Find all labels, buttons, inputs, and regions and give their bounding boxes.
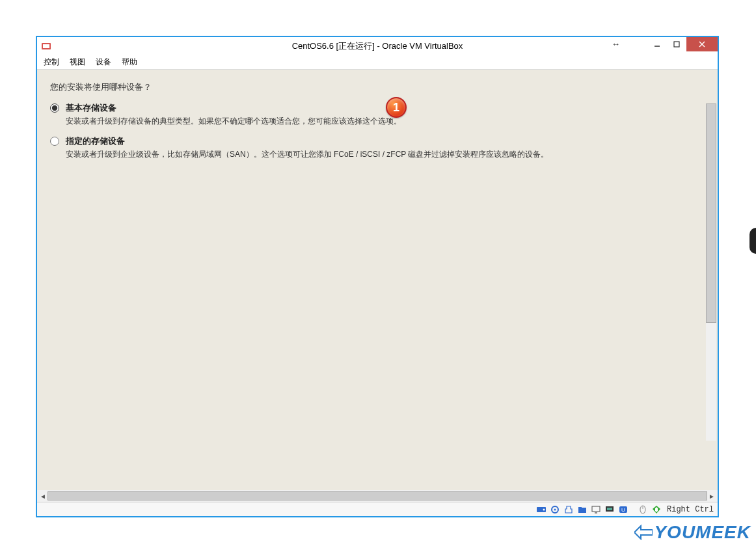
scrollbar-thumb[interactable] xyxy=(706,103,716,323)
side-nub xyxy=(749,228,756,254)
svg-rect-1 xyxy=(43,44,49,48)
watermark: YOUMEEK xyxy=(634,522,751,543)
svg-rect-12 xyxy=(592,506,600,512)
watermark-text: YOUMEEK xyxy=(654,522,751,543)
menubar: 控制 视图 设备 帮助 xyxy=(37,55,718,70)
horizontal-scrollbar[interactable]: ◄ ► xyxy=(37,490,718,502)
radio-specialized-storage[interactable] xyxy=(50,137,59,146)
maximize-button[interactable] xyxy=(667,37,686,51)
menu-help[interactable]: 帮助 xyxy=(122,57,137,68)
close-button[interactable] xyxy=(686,37,718,51)
display-icon[interactable] xyxy=(590,504,602,515)
vm-window: CentOS6.6 [正在运行] - Oracle VM VirtualBox … xyxy=(36,36,719,517)
minimize-button[interactable] xyxy=(647,37,667,51)
hdd-icon[interactable] xyxy=(535,504,547,515)
shared-folder-icon[interactable] xyxy=(576,504,588,515)
menu-control[interactable]: 控制 xyxy=(44,57,59,68)
usb-icon[interactable] xyxy=(563,504,574,515)
installer-content: 您的安装将使用哪种设备？ 基本存储设备 安装或者升级到存储设备的典型类型。如果您… xyxy=(37,70,718,490)
network-icon[interactable] xyxy=(604,504,615,515)
option-description: 安装或者升级到企业级设备，比如存储局域网（SAN）。这个选项可让您添加 FCoE… xyxy=(66,148,560,161)
scroll-right-icon[interactable]: ► xyxy=(707,493,716,500)
scrollbar-thumb[interactable] xyxy=(47,491,707,500)
optical-icon[interactable] xyxy=(549,504,561,515)
svg-text:U: U xyxy=(621,507,625,513)
svg-rect-15 xyxy=(607,508,612,510)
option-specialized-storage: 指定的存储设备 安装或者升级到企业级设备，比如存储局域网（SAN）。这个选项可让… xyxy=(37,133,718,166)
installer-question: 您的安装将使用哪种设备？ xyxy=(37,70,718,100)
resize-icon: ↔ xyxy=(612,39,620,49)
virtualbox-icon xyxy=(41,41,51,51)
watermark-arrow-icon xyxy=(634,525,653,540)
recording-icon[interactable]: U xyxy=(617,504,629,515)
svg-point-9 xyxy=(554,508,556,510)
menu-devices[interactable]: 设备 xyxy=(96,57,111,68)
window-controls xyxy=(647,37,718,51)
host-key-icon[interactable] xyxy=(651,504,662,515)
vertical-scrollbar[interactable] xyxy=(706,103,716,441)
svg-rect-3 xyxy=(674,42,679,47)
option-title: 基本存储设备 xyxy=(66,102,705,114)
option-title: 指定的存储设备 xyxy=(66,135,705,147)
scroll-left-icon[interactable]: ◄ xyxy=(38,493,47,500)
radio-basic-storage[interactable] xyxy=(50,103,59,113)
titlebar: CentOS6.6 [正在运行] - Oracle VM VirtualBox … xyxy=(37,37,718,55)
svg-rect-11 xyxy=(578,507,582,509)
statusbar: U Right Ctrl xyxy=(37,502,718,516)
option-basic-storage: 基本存储设备 安装或者升级到存储设备的典型类型。如果您不确定哪个选项适合您，您可… xyxy=(37,100,718,133)
menu-view[interactable]: 视图 xyxy=(70,57,85,68)
annotation-badge-1: 1 xyxy=(386,97,407,118)
host-key-label: Right Ctrl xyxy=(667,505,714,514)
mouse-integration-icon[interactable] xyxy=(637,504,649,515)
option-description: 安装或者升级到存储设备的典型类型。如果您不确定哪个选项适合您，您可能应该选择这个… xyxy=(66,115,560,128)
svg-point-7 xyxy=(543,508,545,510)
